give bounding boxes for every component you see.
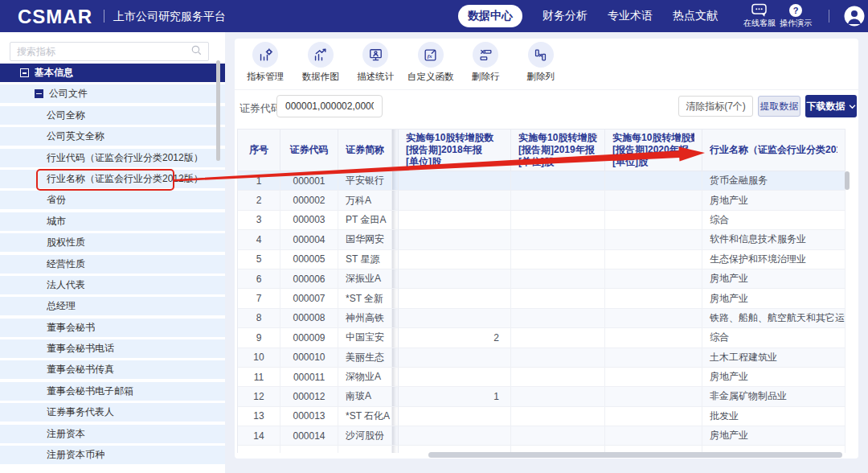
fixed-column-divider <box>392 407 399 426</box>
collapse-icon[interactable] <box>35 89 43 98</box>
cell: 生态保护和环境治理业 <box>702 250 845 269</box>
tool-delete-column[interactable]: 删除列 <box>514 40 569 88</box>
column-header-3: 实施每10股转增股数[报告期]2018年报[单位]股 <box>399 130 511 171</box>
fixed-column-divider <box>392 368 399 387</box>
online-service-button[interactable]: 在线客服 <box>741 3 778 29</box>
nav-item-2[interactable]: 专业术语 <box>608 9 653 23</box>
cell: 铁路、船舶、航空航天和其它运输设备... <box>702 309 845 328</box>
tool-indicator-manage[interactable]: 指标管理 <box>238 40 293 88</box>
nav-item-0[interactable]: 数据中心 <box>458 5 522 27</box>
cell <box>238 446 280 453</box>
table-row: 6000006深振业A房地产业 <box>238 269 845 289</box>
tree-item-4[interactable]: 行业代码（证监会行业分类2012版） <box>0 149 225 167</box>
tree-item-15[interactable]: 董事会秘书电子邮箱 <box>0 382 225 401</box>
cell: 2 <box>238 191 280 210</box>
cell <box>605 348 702 368</box>
tree-item-10[interactable]: 法人代表 <box>0 276 225 294</box>
search-input[interactable] <box>17 46 191 57</box>
security-code-input[interactable] <box>276 95 383 117</box>
sidebar-scrollbar-thumb[interactable] <box>216 60 220 161</box>
cell <box>399 171 511 191</box>
tree-item-label: 法人代表 <box>47 278 85 292</box>
cell: 房地产业 <box>702 368 845 387</box>
table-row: 4000004国华网安软件和信息技术服务业 <box>238 230 845 249</box>
tool-data-chart[interactable]: 数据作图 <box>293 40 349 88</box>
cell <box>399 230 511 249</box>
csmar-logo[interactable]: CSMAR <box>18 6 92 28</box>
fixed-column-divider <box>392 289 399 308</box>
table-row: 5000005ST 星源生态保护和环境治理业 <box>238 250 845 269</box>
cell: *ST 全新 <box>338 289 392 308</box>
cell <box>511 250 605 269</box>
cell: 000005 <box>280 250 338 269</box>
clear-indicators-button[interactable]: 清除指标(7个) <box>678 96 753 117</box>
tool-label: 删除行 <box>458 71 514 83</box>
cell: 000010 <box>280 348 338 368</box>
tree-item-2[interactable]: 公司全称 <box>0 106 225 125</box>
cell: 6 <box>238 269 280 289</box>
tree-item-label: 行业名称（证监会行业分类2012版） <box>47 172 203 186</box>
tree-item-11[interactable]: 总经理 <box>0 297 225 315</box>
tree-item-label: 董事会秘书传真 <box>47 363 114 376</box>
cell: 000008 <box>280 309 338 328</box>
table-horizontal-scrollbar-thumb[interactable] <box>428 452 842 458</box>
tree-item-9[interactable]: 经营性质 <box>0 255 225 274</box>
cell: 000001 <box>280 171 338 191</box>
column-header-2: 证券简称 <box>338 130 392 171</box>
tool-descriptive-stats[interactable]: 描述统计 <box>348 40 403 88</box>
tree-item-label: 公司全称 <box>47 109 85 122</box>
user-avatar[interactable] <box>844 6 865 27</box>
svg-text:?: ? <box>793 6 799 15</box>
cell <box>511 289 605 308</box>
table-row: 3000003PT 金田A综合 <box>238 211 845 230</box>
column-header-6: 行业名称（证监会行业分类2012版） <box>702 130 845 171</box>
search-icon <box>191 44 202 59</box>
nav-item-3[interactable]: 热点文献 <box>673 9 718 23</box>
cell: 14 <box>238 426 280 446</box>
platform-subtitle: 上市公司研究服务平台 <box>113 10 226 24</box>
tree-item-7[interactable]: 城市 <box>0 212 225 231</box>
tree-item-0[interactable]: 基本信息 <box>0 64 225 82</box>
tool-custom-function[interactable]: fx自定义函数 <box>403 40 459 88</box>
tree-item-13[interactable]: 董事会秘书电话 <box>0 339 225 358</box>
cell: 非金属矿物制品业 <box>702 387 845 406</box>
demo-button[interactable]: ? 操作演示 <box>777 3 814 29</box>
tree-item-label: 董事会秘书电话 <box>47 342 114 356</box>
table-row: 2000002万科A房地产业 <box>238 191 845 210</box>
table-vertical-scrollbar-thumb[interactable] <box>845 171 850 190</box>
tree-item-8[interactable]: 股权性质 <box>0 233 225 252</box>
tree-item-17[interactable]: 注册资本 <box>0 425 225 443</box>
cell: 9 <box>238 328 280 348</box>
tree-item-label: 董事会秘书 <box>47 321 95 335</box>
collapse-icon[interactable] <box>20 68 29 77</box>
tree-item-14[interactable]: 董事会秘书传真 <box>0 360 225 379</box>
table-row: 11000011深物业A房地产业 <box>238 368 845 387</box>
cell: 万科A <box>338 191 392 210</box>
help-icon: ? <box>777 3 814 18</box>
cell <box>511 309 605 328</box>
tree-item-5[interactable]: 行业名称（证监会行业分类2012版） <box>0 170 225 188</box>
cell <box>399 407 511 426</box>
data-table: 序号证券代码证券简称实施每10股转增股数[报告期]2018年报[单位]股实施每1… <box>237 129 845 453</box>
cell: 000002 <box>280 191 338 210</box>
cell <box>338 446 392 453</box>
tree-item-3[interactable]: 公司英文全称 <box>0 127 225 146</box>
cell: 13 <box>238 407 280 426</box>
tree-item-18[interactable]: 注册资本币种 <box>0 446 225 464</box>
table-row: 9000009中国宝安2综合 <box>238 328 845 348</box>
tree-item-12[interactable]: 董事会秘书 <box>0 319 225 337</box>
tree-item-6[interactable]: 省份 <box>0 191 225 209</box>
tree-item-1[interactable]: 公司文件 <box>0 84 225 103</box>
cell: 000011 <box>280 368 338 387</box>
nav-item-1[interactable]: 财务分析 <box>542 9 588 23</box>
tool-label: 自定义函数 <box>403 71 459 83</box>
tree-item-16[interactable]: 证券事务代表人 <box>0 403 225 422</box>
table-row: 7000007*ST 全新房地产业 <box>238 289 845 308</box>
tool-delete-row[interactable]: 删除行 <box>458 40 514 88</box>
tree-item-label: 注册资本 <box>47 427 85 441</box>
indicator-search-box[interactable] <box>10 42 209 61</box>
extract-data-button[interactable]: 提取数据 <box>758 96 800 117</box>
cell: 软件和信息技术服务业 <box>702 230 845 249</box>
cell: 房地产业 <box>702 191 845 210</box>
download-data-button[interactable]: 下载数据 <box>805 95 857 117</box>
